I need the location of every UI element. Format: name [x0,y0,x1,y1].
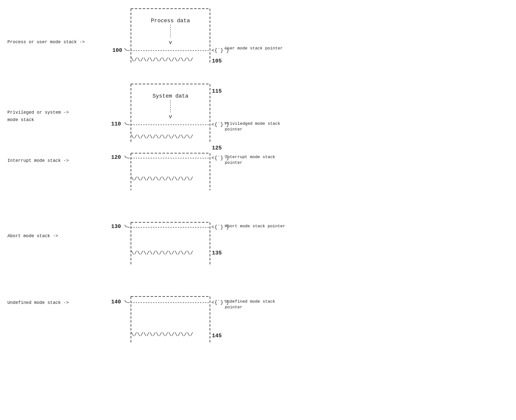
system-arrow: v [169,114,172,120]
ref-145-num: 145 [212,333,222,339]
ref-100-num: 100 [112,47,122,54]
interrupt-label: Interrupt mode stack -> [7,158,69,163]
undefined-hatch: \/\/\/\/\/\/\/\/\/\/ [131,332,193,337]
ref-125-num: 125 [212,145,222,151]
process-data-label: Process data [151,18,190,24]
ref-105-num: 105 [212,58,222,64]
process-label: Process or user mode stack -> [7,40,85,44]
int-pointer-label-2: pointer [225,160,242,165]
ref-135-num: 135 [212,250,222,256]
privileged-label-2: mode stack [7,117,34,122]
user-pointer-label: User mode stack pointer [225,46,283,51]
process-hatch: \/\/\/\/\/\/\/\/\/\/ [131,57,193,63]
system-data-label: System data [152,93,188,99]
privileged-label-1: Privileged or system -> [7,110,69,115]
undef-pointer-label-2: pointer [225,305,242,310]
system-hatch: \/\/\/\/\/\/\/\/\/\/ [131,134,193,140]
int-pointer-label-1: Interrupt mode stack [225,155,275,159]
process-arrow: v [169,40,172,46]
abort-hatch: \/\/\/\/\/\/\/\/\/\/ [131,250,193,256]
ref-110-num: 110 [111,121,121,127]
ref-130-num: 130 [111,224,121,230]
abort-pointer-label: Abort mode stack pointer [225,224,285,229]
priv-pointer-label-1: Priviledged mode stack [225,121,280,126]
interrupt-hatch: \/\/\/\/\/\/\/\/\/\/ [131,176,193,182]
ref-115-num: 115 [212,88,222,94]
main-diagram-svg: text { font-family: 'Courier New', Couri… [0,0,516,420]
ref-140-num: 140 [111,299,121,305]
abort-label: Abort mode stack -> [7,233,58,238]
ref-120-num: 120 [111,154,121,161]
undef-pointer-label-1: Undefined mode stack [225,299,275,304]
undefined-label: Undefined mode stack -> [7,300,69,305]
priv-pointer-label-2: pointer [225,127,242,132]
